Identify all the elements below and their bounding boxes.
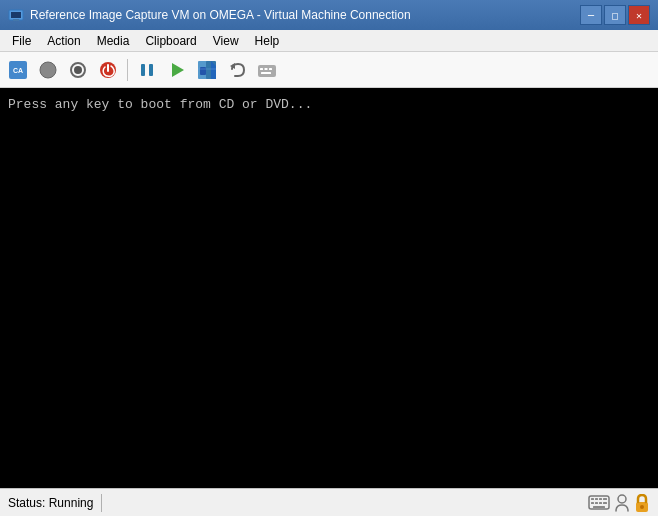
- vm-screen[interactable]: Press any key to boot from CD or DVD...: [0, 88, 658, 488]
- menu-bar: File Action Media Clipboard View Help: [0, 30, 658, 52]
- ctrl-alt-del-icon: CA: [8, 60, 28, 80]
- svg-rect-26: [603, 498, 607, 500]
- menu-clipboard[interactable]: Clipboard: [137, 32, 204, 50]
- shutdown-icon: [99, 61, 117, 79]
- title-bar: Reference Image Capture VM on OMEGA - Vi…: [0, 0, 658, 30]
- svg-rect-24: [595, 498, 598, 500]
- save-icon: [197, 60, 217, 80]
- lock-icon: [634, 494, 650, 512]
- menu-file[interactable]: File: [4, 32, 39, 50]
- stop-icon: [69, 61, 87, 79]
- user-icon: [614, 494, 630, 512]
- menu-view[interactable]: View: [205, 32, 247, 50]
- svg-rect-2: [13, 19, 19, 21]
- svg-rect-17: [258, 65, 276, 77]
- separator-1: [127, 59, 128, 81]
- maximize-button[interactable]: □: [604, 5, 626, 25]
- svg-rect-27: [591, 502, 594, 504]
- svg-rect-20: [269, 68, 272, 70]
- svg-point-34: [640, 505, 644, 509]
- app-icon: [8, 7, 24, 23]
- type-text-button[interactable]: [253, 56, 281, 84]
- type-text-icon: [257, 61, 277, 79]
- svg-rect-9: [141, 64, 145, 76]
- svg-rect-18: [260, 68, 263, 70]
- menu-help[interactable]: Help: [247, 32, 288, 50]
- svg-rect-1: [11, 12, 21, 18]
- window-title: Reference Image Capture VM on OMEGA - Vi…: [30, 8, 411, 22]
- minimize-button[interactable]: ─: [580, 5, 602, 25]
- pause-button[interactable]: [133, 56, 161, 84]
- save-button[interactable]: [193, 56, 221, 84]
- undo-icon: [228, 61, 246, 79]
- status-bar: Status: Running: [0, 488, 658, 516]
- svg-point-32: [618, 495, 626, 503]
- pause-icon: [138, 61, 156, 79]
- stop-button[interactable]: [64, 56, 92, 84]
- svg-text:CA: CA: [13, 67, 23, 74]
- svg-rect-31: [593, 506, 605, 508]
- play-icon: [168, 61, 186, 79]
- power-icon: [39, 61, 57, 79]
- close-button[interactable]: ✕: [628, 5, 650, 25]
- svg-rect-29: [599, 502, 602, 504]
- toolbar: CA: [0, 52, 658, 88]
- boot-message: Press any key to boot from CD or DVD...: [8, 96, 312, 114]
- keyboard-icon: [588, 495, 610, 510]
- menu-media[interactable]: Media: [89, 32, 138, 50]
- svg-marker-11: [172, 63, 184, 77]
- svg-rect-23: [591, 498, 594, 500]
- menu-action[interactable]: Action: [39, 32, 88, 50]
- undo-button[interactable]: [223, 56, 251, 84]
- ctrl-alt-del-button[interactable]: CA: [4, 56, 32, 84]
- shutdown-button[interactable]: [94, 56, 122, 84]
- svg-rect-10: [149, 64, 153, 76]
- status-text: Status: Running: [8, 496, 93, 510]
- svg-rect-25: [599, 498, 602, 500]
- svg-point-7: [74, 66, 82, 74]
- svg-rect-21: [261, 72, 271, 74]
- svg-point-5: [40, 62, 56, 78]
- svg-rect-30: [603, 502, 607, 504]
- play-button[interactable]: [163, 56, 191, 84]
- status-divider: [101, 494, 102, 512]
- power-button[interactable]: [34, 56, 62, 84]
- svg-rect-19: [265, 68, 268, 70]
- svg-rect-14: [200, 67, 206, 75]
- svg-rect-28: [595, 502, 598, 504]
